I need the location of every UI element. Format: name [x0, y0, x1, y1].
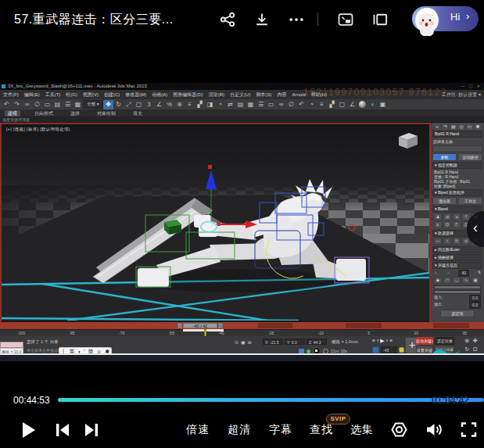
max-toolbar-icon[interactable]: ≡: [185, 100, 195, 109]
command-panel-tab-icon[interactable]: ▭: [467, 124, 473, 130]
max-toolbar-icon[interactable]: ⇄: [225, 100, 235, 109]
status-mini-icon[interactable]: ▣: [241, 339, 246, 345]
fullscreen-icon[interactable]: [460, 421, 479, 439]
rollout-biped-apps[interactable]: ▾ Biped 应用程序: [432, 189, 482, 196]
max-toolbar-icon[interactable]: ☰: [256, 100, 266, 109]
episode-drawer-handle[interactable]: ‹: [467, 211, 484, 247]
workbench-button[interactable]: 工作台: [458, 197, 482, 205]
max-move-tool-icon[interactable]: ✥: [103, 100, 113, 109]
max-playback-button[interactable]: ‹: [377, 337, 378, 344]
viewport-label[interactable]: [+] [透视] [标准] [默认明暗处理]: [6, 127, 70, 132]
max-toolbar-icon[interactable]: ∞: [22, 100, 32, 109]
max-menu-item[interactable]: 修改器(M): [125, 91, 146, 99]
max-toolbar-icon[interactable]: ↶: [2, 100, 12, 109]
quality-button[interactable]: 超清: [228, 423, 251, 437]
max-workspace-selector[interactable]: 工作区: 默认设置 ▾: [442, 91, 481, 99]
command-panel-tab-icon[interactable]: ✱: [475, 124, 481, 130]
max-selection-filter[interactable]: 全部 ▾: [83, 100, 103, 109]
speed-button[interactable]: 倍速: [186, 423, 210, 437]
max-toolbar-icon[interactable]: ▭: [42, 100, 52, 109]
max-toolbar-icon[interactable]: ∅: [286, 100, 296, 109]
selection-set-combo[interactable]: [432, 145, 482, 152]
max-menu-item[interactable]: 编辑(E): [24, 91, 40, 99]
max-toolbar-icon[interactable]: ⊕: [174, 100, 185, 109]
tcb-icon[interactable]: ◡: [453, 277, 461, 284]
play-button[interactable]: [20, 421, 38, 439]
maxscript-listener-pink[interactable]: [0, 342, 23, 348]
rollout-twist[interactable]: ▸ 扭曲链接: [432, 254, 482, 261]
tcb-icon[interactable]: ◠: [443, 277, 451, 284]
max-toolbar-icon[interactable]: ◔: [307, 100, 317, 109]
biped-icon[interactable]: ◂: [453, 213, 461, 220]
next-episode-button[interactable]: [83, 421, 102, 439]
max-menu-item[interactable]: 渲染(R): [209, 91, 224, 99]
max-toolbar-icon[interactable]: ∞: [276, 100, 286, 109]
subtitle-button[interactable]: 字幕: [269, 423, 292, 437]
biped-icon[interactable]: ♟: [434, 213, 442, 220]
max-toolbar-icon[interactable]: ▣: [378, 100, 388, 109]
key-mode-toggle[interactable]: [372, 346, 379, 353]
max-toolbar-icon[interactable]: ▭: [266, 100, 276, 109]
viewport-nav-icon[interactable]: ⊕: [463, 337, 471, 346]
max-ribbon-tab[interactable]: 自由形式: [31, 110, 56, 116]
current-frame-marker[interactable]: [204, 329, 206, 336]
max-window-buttons[interactable]: — ▢ ✕: [461, 84, 482, 88]
viewport-nav-icon[interactable]: ↻: [463, 346, 471, 354]
time-slider-next[interactable]: ›: [218, 323, 223, 328]
max-menu-item[interactable]: 组(G): [66, 91, 77, 99]
settings-icon[interactable]: [390, 421, 409, 439]
command-panel-tab-icon[interactable]: ↷: [442, 124, 448, 130]
windows-taskbar[interactable]: [0, 355, 484, 361]
progress-bar[interactable]: [58, 398, 484, 402]
prev-key-arrow[interactable]: ←: [434, 270, 438, 277]
max-ribbon-tab[interactable]: 建模: [5, 110, 20, 116]
controller-tree[interactable]: Bip01 R Hand变换 : R HandBip01 子动画 : Bip01…: [432, 170, 482, 188]
track-icon[interactable]: —: [434, 238, 442, 245]
max-ribbon-tab[interactable]: 选择: [67, 110, 83, 116]
time-slider-prev[interactable]: ‹: [177, 323, 182, 328]
max-toolbar-icon[interactable]: ▦: [73, 100, 83, 109]
max-toolbar-icon[interactable]: ▤: [235, 100, 246, 109]
max-ribbon-tab[interactable]: 填充: [130, 110, 145, 116]
max-toolbar-icon[interactable]: 3: [144, 100, 154, 109]
max-menu-item[interactable]: 文件(F): [3, 91, 19, 99]
max-track-bar[interactable]: -100-85-70-55-40-25-1052035: [0, 329, 484, 336]
biped-icon[interactable]: Γ: [453, 221, 461, 228]
rollout-quaternion[interactable]: ▸ 四元数/Euler: [432, 246, 482, 253]
more-icon[interactable]: [289, 12, 304, 27]
max-toolbar-icon[interactable]: ∠: [347, 100, 357, 109]
time-slider-handle[interactable]: -40 / 42: [183, 323, 217, 328]
max-menu-item[interactable]: 动画(A): [152, 91, 167, 99]
download-icon[interactable]: [254, 12, 270, 27]
max-playback-button[interactable]: »: [389, 337, 393, 344]
coord-x-field[interactable]: X: -21.5: [263, 339, 283, 345]
max-menu-item[interactable]: 工具(T): [45, 91, 61, 99]
command-panel-tab-icon[interactable]: +: [434, 124, 440, 130]
tcb-icon[interactable]: ∿: [462, 277, 470, 284]
max-toolbar-icon[interactable]: ◨: [205, 100, 215, 109]
track-icon[interactable]: ↕: [443, 238, 451, 245]
max-toolbar-icon[interactable]: ⤢: [124, 100, 134, 109]
max-toolbar-icon[interactable]: ▦: [246, 100, 256, 109]
rollout-key-info[interactable]: ▾ 关键点信息: [432, 262, 482, 269]
next-key-arrow[interactable]: →: [446, 270, 450, 277]
biped-icon[interactable]: O: [443, 221, 451, 228]
max-toolbar-icon[interactable]: ↶: [296, 100, 307, 109]
max-toolbar-icon[interactable]: ▢: [134, 100, 144, 109]
track-icon[interactable]: ↻: [453, 238, 461, 245]
max-toolbar-icon[interactable]: %: [164, 100, 174, 109]
rollout-assign-controller[interactable]: ▾ 指定控制器: [432, 162, 482, 169]
max-render-icon[interactable]: ◖: [367, 100, 378, 109]
prev-episode-button[interactable]: [54, 421, 73, 439]
max-toolbar-icon[interactable]: ↷: [12, 100, 22, 109]
share-icon[interactable]: [220, 12, 235, 27]
volume-icon[interactable]: [425, 421, 443, 439]
max-time-slider[interactable]: [0, 322, 484, 329]
motion-paths-button[interactable]: 运动路径: [458, 153, 482, 161]
max-playback-button[interactable]: ›: [386, 337, 388, 344]
mixer-button[interactable]: 混合器: [432, 197, 457, 205]
max-toolbar-icon[interactable]: ☰: [63, 100, 73, 109]
object-name-field[interactable]: Bip01 R Hand: [432, 131, 482, 138]
parameters-button[interactable]: 参数: [432, 153, 457, 161]
picture-in-picture-icon[interactable]: [338, 12, 353, 27]
